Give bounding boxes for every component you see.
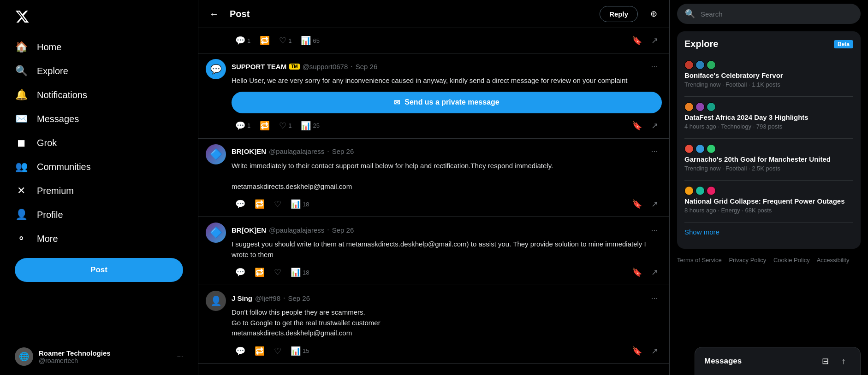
- tweet-meta: J Sing @ljeff98 · Sep 26 ···: [232, 291, 662, 305]
- trend-avatar: [696, 102, 705, 111]
- views-action[interactable]: 📊 18: [287, 265, 313, 279]
- search-icon: 🔍: [685, 9, 695, 19]
- tweet-text: Hello User, we are very sorry for any in…: [232, 76, 662, 86]
- messages-expand-button[interactable]: ⊟: [818, 354, 832, 369]
- broken2-tweet-actions: 💬 🔁 ♡ 📊 18 🔖 ↗: [232, 265, 662, 279]
- tweet-more-button[interactable]: ···: [647, 59, 662, 74]
- views-icon: 📊: [301, 121, 311, 131]
- like-action[interactable]: ♡ 1: [275, 34, 295, 47]
- views-action[interactable]: 📊 65: [297, 34, 323, 47]
- sidebar-item-communities[interactable]: 👥 Communities: [7, 155, 190, 179]
- trend-item-4[interactable]: National Grid Collapse: Frequent Power O…: [684, 181, 853, 223]
- reply-action[interactable]: 💬: [232, 265, 249, 279]
- reply-icon: 💬: [235, 199, 245, 209]
- terms-link[interactable]: Terms of Service: [677, 257, 722, 264]
- tweet-handle: @paulagalajaress: [269, 226, 324, 234]
- tweet-author-name: BR[OK]EN: [232, 147, 266, 155]
- user-profile-footer[interactable]: 🌐 Roamer Technologies @roamertech ···: [7, 342, 190, 371]
- messages-new-button[interactable]: ↑: [836, 354, 851, 369]
- trend-item-1[interactable]: Boniface's Celebratory Fervor Trending n…: [684, 55, 853, 97]
- retweet-action[interactable]: 🔁: [251, 344, 268, 358]
- sidebar-item-profile[interactable]: 👤 Profile: [7, 203, 190, 227]
- trend-topic: National Grid Collapse: Frequent Power O…: [684, 197, 853, 205]
- share-icon: ↗: [651, 267, 658, 277]
- first-tweet-actions: 💬 1 🔁 ♡ 1 📊 65 🔖: [232, 34, 662, 47]
- views-action[interactable]: 📊 18: [287, 197, 313, 211]
- retweet-action[interactable]: 🔁: [251, 265, 268, 279]
- views-action[interactable]: 📊 25: [297, 119, 323, 133]
- tweet-meta: BR[OK]EN @paulagalajaress · Sep 26 ···: [232, 144, 662, 159]
- tweet-handle: @paulagalajaress: [269, 147, 324, 155]
- dm-button[interactable]: ✉ Send us a private message: [232, 92, 662, 113]
- share-icon: ↗: [651, 199, 658, 209]
- retweet-icon: 🔁: [260, 35, 270, 46]
- tweet-broken-2: 🔷 BR[OK]EN @paulagalajaress · Sep 26 ···…: [198, 217, 669, 285]
- like-action[interactable]: ♡ 1: [275, 119, 295, 133]
- dm-label: Send us a private message: [404, 98, 499, 106]
- explore-section: Explore Beta Boniface's Celebratory Ferv…: [677, 31, 861, 249]
- trend-item-2[interactable]: DataFest Africa 2024 Day 3 Highlights 4 …: [684, 97, 853, 139]
- retweet-action[interactable]: 🔁: [251, 197, 268, 211]
- sidebar-item-messages[interactable]: ✉️ Messages: [7, 107, 190, 131]
- like-action[interactable]: ♡: [270, 265, 285, 279]
- reply-action[interactable]: 💬 1: [232, 34, 254, 47]
- retweet-action[interactable]: 🔁: [256, 119, 273, 133]
- sidebar-item-premium[interactable]: ✕ Premium: [7, 179, 190, 203]
- search-input[interactable]: [701, 10, 853, 18]
- tweet-more-button[interactable]: ···: [647, 291, 662, 305]
- bookmark-action[interactable]: 🔖: [628, 265, 646, 279]
- retweet-icon: 🔁: [255, 199, 265, 209]
- views-icon: 📊: [291, 267, 301, 277]
- sidebar-item-explore[interactable]: 🔍 Explore: [7, 59, 190, 83]
- reply-button[interactable]: Reply: [600, 6, 638, 22]
- tweet-handle: @ljeff98: [255, 294, 280, 302]
- messages-bubble[interactable]: Messages ⊟ ↑: [695, 347, 861, 375]
- retweet-action[interactable]: 🔁: [256, 34, 273, 47]
- tweet-more-button[interactable]: ···: [647, 223, 662, 237]
- show-more-link[interactable]: Show more: [684, 223, 853, 241]
- bookmark-action[interactable]: 🔖: [628, 119, 646, 133]
- sidebar-item-label: Profile: [37, 210, 63, 220]
- reply-action[interactable]: 💬: [232, 344, 249, 358]
- like-action[interactable]: ♡: [270, 344, 285, 358]
- bookmark-action[interactable]: 🔖: [628, 34, 646, 47]
- share-action[interactable]: ↗: [648, 197, 662, 211]
- dm-icon: ✉: [394, 98, 400, 107]
- trend-meta: Trending now · Football · 2.5K posts: [684, 165, 853, 172]
- first-tweet-row: 💬 1 🔁 ♡ 1 📊 65 🔖: [198, 28, 669, 53]
- tweet-more-button[interactable]: ···: [647, 144, 662, 159]
- trend-item-3[interactable]: Garnacho's 20th Goal for Manchester Unit…: [684, 139, 853, 181]
- share-action[interactable]: ↗: [648, 119, 662, 133]
- views-action[interactable]: 📊 15: [287, 344, 313, 358]
- header-more-button[interactable]: ⊕: [645, 6, 662, 22]
- back-button[interactable]: ←: [206, 6, 222, 22]
- post-button[interactable]: Post: [15, 258, 183, 282]
- like-action[interactable]: ♡: [270, 197, 285, 211]
- trend-avatar: [707, 60, 716, 70]
- bookmark-action[interactable]: 🔖: [628, 197, 646, 211]
- views-count: 65: [313, 37, 319, 44]
- privacy-link[interactable]: Privacy Policy: [729, 257, 766, 264]
- share-action[interactable]: ↗: [648, 265, 662, 279]
- views-icon: 📊: [291, 346, 301, 356]
- views-count: 18: [303, 269, 309, 276]
- reply-action[interactable]: 💬 1: [232, 119, 254, 133]
- trend-meta: 8 hours ago · Energy · 68K posts: [684, 207, 853, 214]
- sidebar-item-label: Home: [37, 42, 61, 53]
- reply-action[interactable]: 💬: [232, 197, 249, 211]
- cookie-link[interactable]: Cookie Policy: [773, 257, 810, 264]
- x-logo[interactable]: [7, 4, 190, 31]
- accessibility-link[interactable]: Accessibility: [817, 257, 850, 264]
- sidebar-item-notifications[interactable]: 🔔 Notifications: [7, 83, 190, 107]
- footer-handle: @roamertech: [39, 357, 172, 364]
- sidebar-item-home[interactable]: 🏠 Home: [7, 35, 190, 59]
- reply-icon: 💬: [235, 267, 245, 277]
- more-icon: ⚬: [15, 232, 28, 245]
- bookmark-action[interactable]: 🔖: [628, 344, 646, 358]
- search-input-wrap[interactable]: 🔍: [677, 4, 861, 24]
- sidebar-item-more[interactable]: ⚬ More: [7, 227, 190, 251]
- share-action[interactable]: ↗: [648, 344, 662, 358]
- sidebar-item-label: More: [37, 234, 58, 244]
- sidebar-item-grok[interactable]: ◼ Grok: [7, 131, 190, 155]
- share-action[interactable]: ↗: [648, 34, 662, 47]
